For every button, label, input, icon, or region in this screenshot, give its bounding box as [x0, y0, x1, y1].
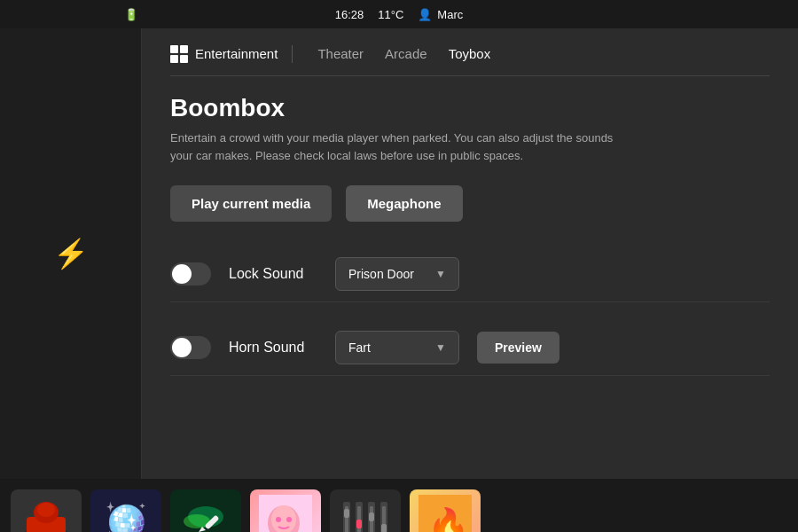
- svg-rect-19: [357, 506, 361, 533]
- content-panel: Entertainment Theater Arcade Toybox Boom…: [142, 28, 798, 479]
- svg-rect-23: [369, 512, 374, 521]
- status-bar: 🔋 16:28 11°C 👤 Marc: [0, 0, 798, 28]
- lock-sound-label: Lock Sound: [229, 266, 317, 282]
- app-tile-boombox[interactable]: Boombox: [7, 489, 85, 532]
- boombox-icon: [11, 489, 82, 532]
- lock-sound-control: Lock Sound Prison Door ▼: [170, 246, 770, 302]
- grid-icon: [170, 45, 188, 63]
- nav-brand: Entertainment: [170, 45, 293, 63]
- lock-sound-toggle[interactable]: [170, 262, 211, 286]
- app-tile-colorizer[interactable]: Colorizer: [167, 489, 245, 532]
- romance-icon: 🔥: [410, 489, 481, 532]
- horn-sound-preview-button[interactable]: Preview: [477, 332, 559, 364]
- svg-point-12: [276, 517, 281, 522]
- app-grid: Boombox 🪩 Light Show Colorizer: [0, 479, 798, 532]
- page-title: Boombox: [170, 94, 770, 122]
- user-icon: 👤: [418, 8, 432, 21]
- left-sidebar: ⚡: [0, 28, 142, 479]
- svg-point-3: [37, 503, 55, 517]
- page-description: Entertain a crowd with your media player…: [170, 129, 614, 164]
- tab-arcade[interactable]: Arcade: [374, 43, 438, 65]
- nav-brand-label: Entertainment: [195, 46, 278, 61]
- app-tile-trax[interactable]: Trax: [326, 489, 404, 532]
- main-container: ⚡ Entertainment Theater Arcade Toybox Bo…: [0, 28, 798, 479]
- temperature-display: 11°C: [378, 8, 403, 21]
- tab-toybox[interactable]: Toybox: [438, 43, 502, 65]
- app-tile-lightshow[interactable]: 🪩 Light Show: [87, 489, 165, 532]
- lock-sound-chevron-icon: ▼: [435, 268, 446, 280]
- app-tile-romance[interactable]: 🔥 Romance: [406, 489, 484, 532]
- svg-rect-20: [356, 520, 362, 528]
- horn-sound-control: Horn Sound Fart ▼ Preview: [170, 320, 770, 376]
- lock-sound-value: Prison Door: [348, 267, 414, 281]
- horn-sound-value: Fart: [348, 340, 371, 355]
- svg-point-13: [286, 517, 292, 522]
- time-display: 16:28: [335, 8, 364, 21]
- action-buttons: Play current media Megaphone: [170, 185, 770, 222]
- colorizer-icon: [170, 489, 241, 532]
- user-info: 👤 Marc: [418, 8, 463, 21]
- horn-sound-dropdown[interactable]: Fart ▼: [335, 331, 459, 364]
- svg-rect-26: [381, 524, 387, 533]
- horn-sound-toggle[interactable]: [170, 336, 211, 359]
- horn-sound-label: Horn Sound: [229, 340, 317, 356]
- play-current-media-button[interactable]: Play current media: [170, 185, 332, 222]
- lightshow-icon: 🪩: [90, 489, 161, 532]
- emissions-icon: [250, 489, 321, 532]
- horn-sound-chevron-icon: ▼: [435, 341, 446, 354]
- user-name: Marc: [437, 8, 463, 21]
- megaphone-button[interactable]: Megaphone: [346, 185, 462, 222]
- svg-rect-17: [344, 509, 349, 518]
- lock-sound-dropdown[interactable]: Prison Door ▼: [335, 257, 459, 291]
- battery-indicator: 🔋: [124, 8, 138, 21]
- nav-tabs: Entertainment Theater Arcade Toybox: [170, 43, 770, 76]
- trax-icon: [330, 489, 401, 532]
- lightning-icon: ⚡: [53, 237, 89, 270]
- app-tile-emissions[interactable]: Emissions: [246, 489, 325, 532]
- tab-theater[interactable]: Theater: [307, 43, 374, 65]
- svg-text:🔥: 🔥: [427, 505, 470, 532]
